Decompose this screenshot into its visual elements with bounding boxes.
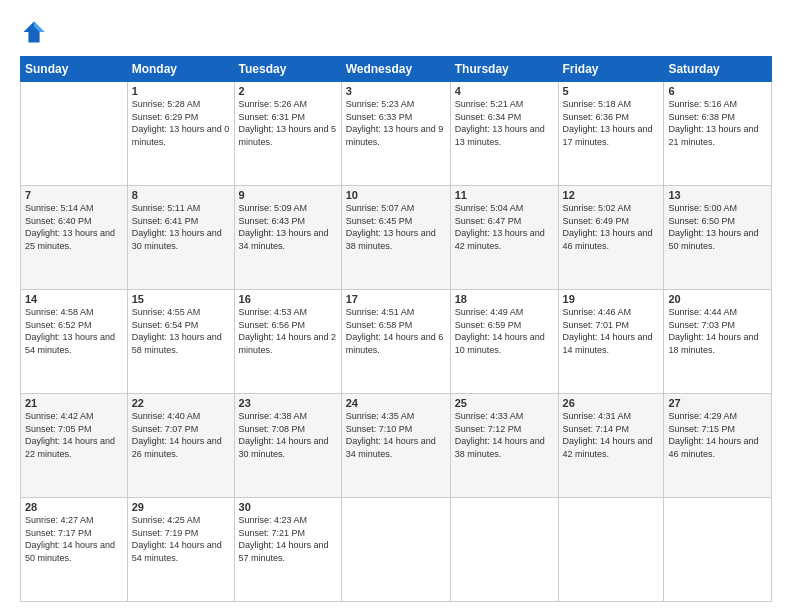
day-number: 7 bbox=[25, 189, 123, 201]
day-number: 9 bbox=[239, 189, 337, 201]
week-row-1: 7Sunrise: 5:14 AMSunset: 6:40 PMDaylight… bbox=[21, 186, 772, 290]
day-cell: 24Sunrise: 4:35 AMSunset: 7:10 PMDayligh… bbox=[341, 394, 450, 498]
week-row-0: 1Sunrise: 5:28 AMSunset: 6:29 PMDaylight… bbox=[21, 82, 772, 186]
day-info: Sunrise: 5:23 AMSunset: 6:33 PMDaylight:… bbox=[346, 98, 446, 148]
day-cell bbox=[341, 498, 450, 602]
day-number: 14 bbox=[25, 293, 123, 305]
day-cell bbox=[21, 82, 128, 186]
day-cell: 9Sunrise: 5:09 AMSunset: 6:43 PMDaylight… bbox=[234, 186, 341, 290]
day-number: 4 bbox=[455, 85, 554, 97]
day-cell: 23Sunrise: 4:38 AMSunset: 7:08 PMDayligh… bbox=[234, 394, 341, 498]
day-info: Sunrise: 4:35 AMSunset: 7:10 PMDaylight:… bbox=[346, 410, 446, 460]
day-info: Sunrise: 4:44 AMSunset: 7:03 PMDaylight:… bbox=[668, 306, 767, 356]
calendar-table: SundayMondayTuesdayWednesdayThursdayFrid… bbox=[20, 56, 772, 602]
day-info: Sunrise: 4:38 AMSunset: 7:08 PMDaylight:… bbox=[239, 410, 337, 460]
day-cell: 7Sunrise: 5:14 AMSunset: 6:40 PMDaylight… bbox=[21, 186, 128, 290]
day-number: 18 bbox=[455, 293, 554, 305]
day-info: Sunrise: 4:31 AMSunset: 7:14 PMDaylight:… bbox=[563, 410, 660, 460]
day-cell: 10Sunrise: 5:07 AMSunset: 6:45 PMDayligh… bbox=[341, 186, 450, 290]
day-number: 23 bbox=[239, 397, 337, 409]
day-number: 30 bbox=[239, 501, 337, 513]
day-cell: 21Sunrise: 4:42 AMSunset: 7:05 PMDayligh… bbox=[21, 394, 128, 498]
day-cell: 15Sunrise: 4:55 AMSunset: 6:54 PMDayligh… bbox=[127, 290, 234, 394]
day-info: Sunrise: 5:02 AMSunset: 6:49 PMDaylight:… bbox=[563, 202, 660, 252]
day-cell: 16Sunrise: 4:53 AMSunset: 6:56 PMDayligh… bbox=[234, 290, 341, 394]
day-info: Sunrise: 4:33 AMSunset: 7:12 PMDaylight:… bbox=[455, 410, 554, 460]
day-number: 6 bbox=[668, 85, 767, 97]
day-info: Sunrise: 4:27 AMSunset: 7:17 PMDaylight:… bbox=[25, 514, 123, 564]
day-info: Sunrise: 4:23 AMSunset: 7:21 PMDaylight:… bbox=[239, 514, 337, 564]
day-info: Sunrise: 5:26 AMSunset: 6:31 PMDaylight:… bbox=[239, 98, 337, 148]
weekday-header-thursday: Thursday bbox=[450, 57, 558, 82]
day-number: 5 bbox=[563, 85, 660, 97]
day-info: Sunrise: 4:51 AMSunset: 6:58 PMDaylight:… bbox=[346, 306, 446, 356]
day-info: Sunrise: 5:07 AMSunset: 6:45 PMDaylight:… bbox=[346, 202, 446, 252]
day-cell: 29Sunrise: 4:25 AMSunset: 7:19 PMDayligh… bbox=[127, 498, 234, 602]
day-info: Sunrise: 4:49 AMSunset: 6:59 PMDaylight:… bbox=[455, 306, 554, 356]
week-row-3: 21Sunrise: 4:42 AMSunset: 7:05 PMDayligh… bbox=[21, 394, 772, 498]
day-cell: 11Sunrise: 5:04 AMSunset: 6:47 PMDayligh… bbox=[450, 186, 558, 290]
day-cell: 6Sunrise: 5:16 AMSunset: 6:38 PMDaylight… bbox=[664, 82, 772, 186]
day-cell: 4Sunrise: 5:21 AMSunset: 6:34 PMDaylight… bbox=[450, 82, 558, 186]
day-cell: 17Sunrise: 4:51 AMSunset: 6:58 PMDayligh… bbox=[341, 290, 450, 394]
day-cell: 14Sunrise: 4:58 AMSunset: 6:52 PMDayligh… bbox=[21, 290, 128, 394]
day-info: Sunrise: 4:53 AMSunset: 6:56 PMDaylight:… bbox=[239, 306, 337, 356]
day-cell: 1Sunrise: 5:28 AMSunset: 6:29 PMDaylight… bbox=[127, 82, 234, 186]
day-info: Sunrise: 4:58 AMSunset: 6:52 PMDaylight:… bbox=[25, 306, 123, 356]
day-info: Sunrise: 4:42 AMSunset: 7:05 PMDaylight:… bbox=[25, 410, 123, 460]
day-cell bbox=[664, 498, 772, 602]
day-cell: 13Sunrise: 5:00 AMSunset: 6:50 PMDayligh… bbox=[664, 186, 772, 290]
day-number: 17 bbox=[346, 293, 446, 305]
day-info: Sunrise: 4:46 AMSunset: 7:01 PMDaylight:… bbox=[563, 306, 660, 356]
day-info: Sunrise: 5:18 AMSunset: 6:36 PMDaylight:… bbox=[563, 98, 660, 148]
day-info: Sunrise: 5:16 AMSunset: 6:38 PMDaylight:… bbox=[668, 98, 767, 148]
day-number: 10 bbox=[346, 189, 446, 201]
day-cell: 19Sunrise: 4:46 AMSunset: 7:01 PMDayligh… bbox=[558, 290, 664, 394]
day-cell: 12Sunrise: 5:02 AMSunset: 6:49 PMDayligh… bbox=[558, 186, 664, 290]
day-info: Sunrise: 5:09 AMSunset: 6:43 PMDaylight:… bbox=[239, 202, 337, 252]
day-info: Sunrise: 4:40 AMSunset: 7:07 PMDaylight:… bbox=[132, 410, 230, 460]
day-info: Sunrise: 5:00 AMSunset: 6:50 PMDaylight:… bbox=[668, 202, 767, 252]
weekday-header-row: SundayMondayTuesdayWednesdayThursdayFrid… bbox=[21, 57, 772, 82]
day-info: Sunrise: 4:55 AMSunset: 6:54 PMDaylight:… bbox=[132, 306, 230, 356]
day-number: 8 bbox=[132, 189, 230, 201]
weekday-header-sunday: Sunday bbox=[21, 57, 128, 82]
day-number: 26 bbox=[563, 397, 660, 409]
day-cell: 26Sunrise: 4:31 AMSunset: 7:14 PMDayligh… bbox=[558, 394, 664, 498]
day-number: 29 bbox=[132, 501, 230, 513]
day-cell: 20Sunrise: 4:44 AMSunset: 7:03 PMDayligh… bbox=[664, 290, 772, 394]
day-number: 24 bbox=[346, 397, 446, 409]
day-number: 21 bbox=[25, 397, 123, 409]
day-info: Sunrise: 5:14 AMSunset: 6:40 PMDaylight:… bbox=[25, 202, 123, 252]
weekday-header-monday: Monday bbox=[127, 57, 234, 82]
day-number: 12 bbox=[563, 189, 660, 201]
day-number: 25 bbox=[455, 397, 554, 409]
day-info: Sunrise: 4:25 AMSunset: 7:19 PMDaylight:… bbox=[132, 514, 230, 564]
day-cell: 25Sunrise: 4:33 AMSunset: 7:12 PMDayligh… bbox=[450, 394, 558, 498]
day-number: 13 bbox=[668, 189, 767, 201]
day-cell: 27Sunrise: 4:29 AMSunset: 7:15 PMDayligh… bbox=[664, 394, 772, 498]
logo bbox=[20, 18, 52, 46]
day-cell bbox=[450, 498, 558, 602]
weekday-header-friday: Friday bbox=[558, 57, 664, 82]
weekday-header-tuesday: Tuesday bbox=[234, 57, 341, 82]
day-number: 1 bbox=[132, 85, 230, 97]
day-number: 19 bbox=[563, 293, 660, 305]
weekday-header-saturday: Saturday bbox=[664, 57, 772, 82]
day-info: Sunrise: 5:21 AMSunset: 6:34 PMDaylight:… bbox=[455, 98, 554, 148]
day-number: 3 bbox=[346, 85, 446, 97]
day-info: Sunrise: 5:28 AMSunset: 6:29 PMDaylight:… bbox=[132, 98, 230, 148]
day-number: 11 bbox=[455, 189, 554, 201]
day-info: Sunrise: 5:04 AMSunset: 6:47 PMDaylight:… bbox=[455, 202, 554, 252]
day-number: 2 bbox=[239, 85, 337, 97]
day-cell: 22Sunrise: 4:40 AMSunset: 7:07 PMDayligh… bbox=[127, 394, 234, 498]
week-row-2: 14Sunrise: 4:58 AMSunset: 6:52 PMDayligh… bbox=[21, 290, 772, 394]
day-cell: 8Sunrise: 5:11 AMSunset: 6:41 PMDaylight… bbox=[127, 186, 234, 290]
day-cell: 2Sunrise: 5:26 AMSunset: 6:31 PMDaylight… bbox=[234, 82, 341, 186]
day-number: 28 bbox=[25, 501, 123, 513]
weekday-header-wednesday: Wednesday bbox=[341, 57, 450, 82]
day-info: Sunrise: 5:11 AMSunset: 6:41 PMDaylight:… bbox=[132, 202, 230, 252]
day-cell: 28Sunrise: 4:27 AMSunset: 7:17 PMDayligh… bbox=[21, 498, 128, 602]
day-number: 20 bbox=[668, 293, 767, 305]
logo-icon bbox=[20, 18, 48, 46]
